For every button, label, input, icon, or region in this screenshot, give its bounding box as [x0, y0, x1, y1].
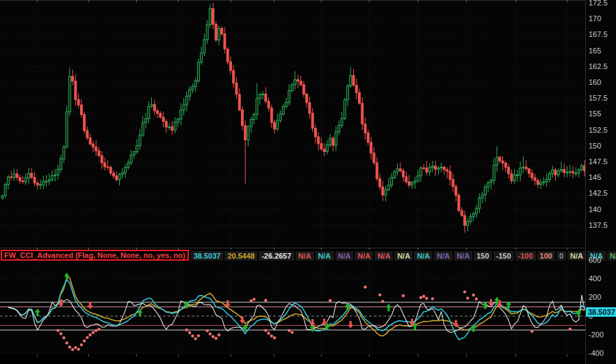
signal-dot	[60, 332, 62, 335]
axis-tick	[466, 248, 467, 250]
signal-dot	[291, 330, 294, 333]
price-tick-label: 142.5	[589, 189, 608, 197]
signal-dot	[92, 331, 94, 334]
up-arrow-marker	[35, 309, 40, 316]
signal-dot	[197, 334, 200, 337]
indicator-value-badge: 38.5037	[586, 307, 616, 317]
readout-value: 38.5037	[191, 251, 224, 261]
axis-tick	[369, 0, 370, 2]
price-tick-label: 172.5	[589, 0, 608, 7]
price-tick-label: 160	[589, 78, 601, 86]
readout-value: N/A	[394, 251, 413, 261]
readout-value: N/A	[374, 251, 393, 261]
axis-tick	[88, 354, 89, 356]
axis-tick	[231, 0, 231, 2]
axis-tick	[136, 0, 137, 2]
axis-tick	[136, 354, 137, 356]
axis-tick	[418, 248, 418, 250]
readout-value: 20.5448	[224, 251, 257, 261]
oscillator-tick-label: -400	[589, 349, 604, 357]
axis-tick	[37, 354, 38, 356]
axis-tick	[321, 248, 322, 250]
price-tick-label: 150	[589, 142, 601, 150]
signal-dot	[83, 339, 86, 342]
signal-dot	[188, 331, 191, 334]
axis-tick	[274, 0, 274, 2]
signal-dot	[62, 337, 65, 339]
axis-tick	[515, 354, 516, 356]
signal-dot	[57, 329, 60, 332]
signal-dot	[97, 328, 100, 330]
price-tick-label: 140	[589, 205, 601, 213]
signal-dot	[475, 298, 478, 300]
signal-dot	[77, 348, 79, 350]
signal-dot	[422, 295, 425, 298]
signal-dot	[287, 329, 290, 332]
readout-value: N/A	[567, 251, 586, 261]
readout-value: 0	[556, 251, 566, 261]
signal-dot	[329, 299, 331, 302]
signal-dot	[264, 299, 267, 302]
oscillator-panel[interactable]	[0, 262, 585, 354]
axis-tick	[567, 354, 567, 356]
axis-tick	[567, 248, 567, 250]
oscillator-tick-label: 200	[589, 293, 601, 301]
axis-tick	[466, 354, 467, 356]
readout-value: N/A	[355, 251, 373, 261]
signal-dot	[94, 329, 97, 332]
signal-dot	[71, 348, 74, 351]
signal-dot	[273, 337, 276, 339]
axis-tick	[466, 0, 467, 2]
signal-dot	[378, 294, 381, 296]
down-arrow-marker	[348, 321, 353, 328]
readout-value: -26.2657	[259, 251, 294, 261]
price-tick-label: 137.5	[589, 221, 608, 229]
signal-dot	[466, 296, 469, 299]
signal-dot	[472, 294, 475, 296]
signal-dot	[74, 346, 77, 349]
indicator-values: 38.503720.5448-26.2657N/AN/AN/AN/AN/AN/A…	[191, 249, 616, 261]
signal-dot	[65, 341, 68, 344]
axis-tick	[321, 354, 322, 356]
signal-dot	[80, 343, 83, 346]
chart-window: FW_CCI_Advanced (Flag, None, None, no, y…	[0, 0, 616, 364]
axis-tick	[231, 248, 231, 250]
readout-value: N/A	[316, 251, 334, 261]
readout-value: 100	[537, 251, 555, 261]
axis-tick	[88, 248, 89, 250]
signal-dot	[218, 333, 220, 336]
signal-dot	[381, 300, 384, 302]
price-tick-label: 147.5	[589, 157, 608, 166]
price-tick-label: 162.5	[589, 62, 608, 70]
signal-dot	[267, 332, 270, 335]
signal-dot	[211, 335, 214, 338]
signal-dot	[420, 296, 422, 299]
signal-dot	[402, 294, 405, 297]
indicator-label[interactable]: FW_CCI_Advanced (Flag, None, None, no, y…	[1, 250, 189, 261]
readout-value: N/A	[454, 251, 472, 261]
down-arrow-marker	[88, 302, 93, 309]
axis-tick	[515, 248, 516, 250]
readout-value: -150	[493, 251, 514, 261]
axis-tick	[321, 0, 322, 2]
signal-dot	[214, 337, 217, 339]
readout-value: N/A	[414, 251, 433, 261]
price-chart-panel[interactable]	[0, 0, 585, 248]
signal-dot	[253, 298, 255, 300]
oscillator-tick-label: 400	[589, 274, 601, 283]
signal-dot	[185, 328, 188, 331]
axis-tick	[178, 354, 179, 356]
readout-value: N/A	[607, 251, 616, 261]
signal-dot	[194, 337, 196, 340]
oscillator-tick-label: -200	[589, 330, 604, 339]
signal-dot	[209, 333, 211, 335]
signal-dot	[425, 297, 428, 300]
signal-dot	[206, 329, 209, 332]
price-tick-label: 157.5	[589, 94, 608, 102]
axis-tick	[37, 248, 38, 250]
down-arrow-marker	[488, 299, 493, 307]
price-tick-label: 165	[589, 47, 601, 55]
axis-tick	[274, 354, 274, 356]
price-tick-label: 152.5	[589, 126, 608, 134]
readout-value: 150	[474, 251, 491, 261]
